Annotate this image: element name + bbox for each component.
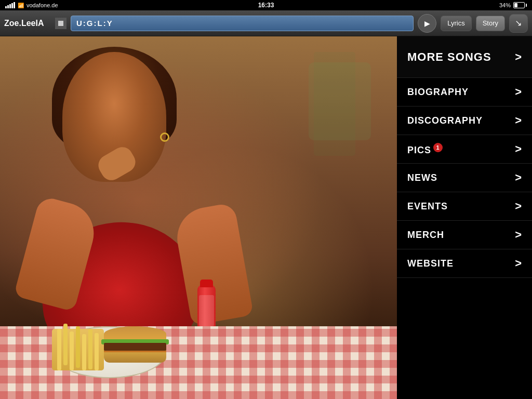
news-label: NEWS: [407, 172, 437, 183]
song-title: U:G:L:Y: [71, 16, 414, 31]
share-icon: ↗: [514, 20, 524, 26]
french-fries: [52, 329, 104, 370]
discography-item[interactable]: DISCOGRAPHY >: [397, 107, 532, 135]
signal-icon: [5, 2, 15, 8]
story-button[interactable]: Story: [476, 16, 505, 31]
earring: [160, 132, 169, 142]
status-bar: 📶 vodafone.de 16:33 34%: [0, 0, 532, 10]
wifi-icon: 📶: [18, 3, 24, 8]
website-arrow: >: [515, 257, 522, 270]
more-songs-item[interactable]: MORE SONGS >: [397, 36, 532, 78]
pics-item[interactable]: PICS1 >: [397, 135, 532, 164]
discography-label: DISCOGRAPHY: [407, 115, 483, 126]
play-button[interactable]: ▶: [418, 14, 436, 33]
biography-arrow: >: [515, 85, 522, 99]
ketchup-label: [199, 295, 214, 326]
merch-label: MERCH: [407, 230, 444, 241]
events-arrow: >: [515, 200, 522, 213]
more-songs-arrow: >: [515, 50, 522, 64]
status-right: 34%: [499, 2, 527, 8]
player-bar: Zoe.LeeIA U:G:L:Y ▶ Lyrics Story ↗: [0, 10, 532, 36]
burger: [104, 326, 166, 363]
share-button[interactable]: ↗: [509, 14, 528, 33]
battery-icon: [513, 2, 527, 8]
ketchup-cap: [200, 280, 213, 287]
right-menu: MORE SONGS > BIOGRAPHY > DISCOGRAPHY > P…: [397, 36, 532, 399]
carrier-name: vodafone.de: [26, 2, 58, 8]
website-item[interactable]: WEBSITE >: [397, 249, 532, 278]
more-songs-label: MORE SONGS: [407, 50, 491, 64]
artist-name: Zoe.LeeIA: [4, 19, 51, 28]
pics-label: PICS1: [407, 143, 443, 156]
lyrics-button[interactable]: Lyrics: [441, 16, 471, 31]
events-item[interactable]: EVENTS >: [397, 192, 532, 221]
main-content: MORE SONGS > BIOGRAPHY > DISCOGRAPHY > P…: [0, 36, 532, 399]
news-arrow: >: [515, 171, 522, 184]
biography-item[interactable]: BIOGRAPHY >: [397, 78, 532, 107]
status-left: 📶 vodafone.de: [5, 2, 58, 8]
pics-arrow: >: [515, 142, 522, 156]
merch-arrow: >: [515, 228, 522, 242]
discography-arrow: >: [515, 114, 522, 127]
website-label: WEBSITE: [407, 258, 454, 269]
artist-photo: [0, 36, 397, 399]
status-time: 16:33: [258, 2, 274, 9]
events-label: EVENTS: [407, 201, 448, 212]
play-icon: ▶: [424, 19, 430, 28]
biography-label: BIOGRAPHY: [407, 87, 469, 98]
battery-percent: 34%: [499, 2, 511, 8]
stop-button[interactable]: [55, 18, 66, 29]
pics-badge: 1: [433, 143, 443, 152]
news-item[interactable]: NEWS >: [397, 164, 532, 192]
merch-item[interactable]: MERCH >: [397, 221, 532, 249]
